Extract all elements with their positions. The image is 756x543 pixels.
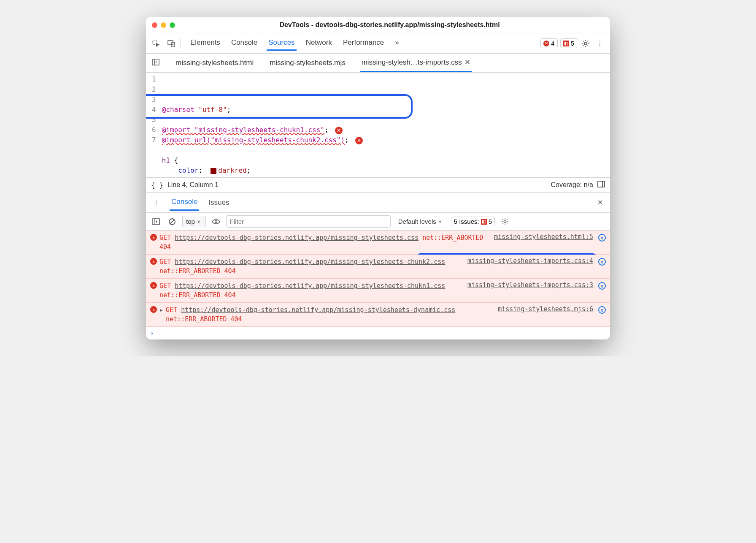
request-url-link[interactable]: https://devtools-dbg-stories.netlify.app… — [175, 234, 418, 242]
source-link[interactable]: missing-stylesheets.mjs:6 — [498, 305, 593, 313]
tab-elements[interactable]: Elements — [189, 36, 222, 51]
error-icon: ✕ — [150, 234, 157, 241]
sync-icon[interactable]: ⇅ — [598, 234, 606, 242]
drawer-tab-issues[interactable]: Issues — [207, 195, 231, 210]
annotation-highlight — [146, 94, 413, 119]
console-error-row[interactable]: ✕ GET https://devtools-dbg-stories.netli… — [146, 255, 610, 279]
tab-more[interactable]: » — [393, 36, 400, 51]
settings-icon[interactable] — [580, 38, 591, 49]
request-url-link[interactable]: https://devtools-dbg-stories.netlify.app… — [175, 258, 445, 266]
context-selector[interactable]: top ▼ — [182, 216, 206, 227]
sync-icon[interactable]: ⇅ — [598, 282, 606, 290]
tab-performance[interactable]: Performance — [341, 36, 386, 51]
panel-tabs: Elements Console Sources Network Perform… — [189, 36, 401, 51]
drawer-menu-icon[interactable]: ⋮ — [150, 197, 162, 209]
sync-icon[interactable]: ⇅ — [598, 306, 606, 314]
window-title: DevTools - devtools-dbg-stories.netlify.… — [175, 21, 604, 29]
device-toggle-icon[interactable] — [165, 38, 177, 49]
code-content[interactable]: @charset "utf-8"; @import "missing-style… — [162, 74, 610, 176]
main-toolbar: Elements Console Sources Network Perform… — [146, 33, 610, 54]
filetab-mjs[interactable]: missing-stylesheets.mjs — [268, 54, 347, 71]
console-toolbar: top ▼ Default levels ▼ 5 Issues: ◧5 — [146, 213, 610, 231]
filetab-html[interactable]: missing-stylesheets.html — [174, 54, 255, 71]
filter-input[interactable] — [226, 215, 391, 228]
close-window-button[interactable] — [152, 22, 157, 28]
log-levels-selector[interactable]: Default levels ▼ — [395, 216, 447, 227]
inspect-icon[interactable] — [150, 38, 162, 49]
error-icon: ✕ — [150, 306, 157, 313]
sidebar-toggle-icon[interactable] — [597, 180, 605, 190]
svg-point-12 — [215, 220, 217, 223]
coverage-status: Coverage: n/a — [551, 181, 593, 189]
devtools-window: DevTools - devtools-dbg-stories.netlify.… — [146, 17, 610, 339]
close-tab-icon[interactable]: ✕ — [464, 58, 470, 66]
error-icon: ✕ — [150, 258, 157, 265]
error-icon: ✕ — [150, 282, 157, 289]
close-drawer-icon[interactable]: ✕ — [594, 197, 606, 209]
console-error-row[interactable]: ✕ GET https://devtools-dbg-stories.netli… — [146, 231, 610, 255]
svg-point-3 — [584, 42, 587, 45]
console-error-row[interactable]: ✕ ▸ GET https://devtools-dbg-stories.net… — [146, 303, 610, 327]
svg-point-13 — [504, 220, 506, 223]
line-gutter: 1 2 3 4 5 6 7 — [146, 74, 162, 176]
issue-badge[interactable]: ◧5 — [560, 38, 577, 48]
svg-rect-6 — [598, 181, 605, 187]
console-sidebar-toggle-icon[interactable] — [150, 216, 162, 228]
tab-network[interactable]: Network — [304, 36, 334, 51]
format-icon[interactable]: { } — [151, 181, 163, 189]
expand-icon[interactable]: ▸ — [159, 306, 163, 314]
tab-sources[interactable]: Sources — [267, 36, 296, 51]
svg-rect-1 — [168, 41, 173, 45]
console-messages: ✕ GET https://devtools-dbg-stories.netli… — [146, 231, 610, 339]
drawer-tabs: ⋮ Console Issues ✕ — [146, 193, 610, 213]
more-menu-icon[interactable]: ⋮ — [594, 38, 606, 49]
issues-summary[interactable]: 5 Issues: ◧5 — [451, 217, 495, 226]
svg-line-11 — [170, 220, 174, 224]
navigator-toggle-icon[interactable] — [150, 58, 161, 68]
status-bar: { } Line 4, Column 1 Coverage: n/a — [146, 177, 610, 193]
live-expression-icon[interactable] — [210, 216, 222, 228]
source-link[interactable]: missing-stylesheets.html:5 — [494, 233, 593, 241]
request-url-link[interactable]: https://devtools-dbg-stories.netlify.app… — [181, 306, 455, 314]
filetab-css[interactable]: missing-stylesh…ts-imports.css✕ — [360, 54, 472, 72]
console-prompt[interactable]: › — [146, 327, 610, 339]
error-badge[interactable]: ✕4 — [540, 38, 557, 48]
sync-icon[interactable]: ⇅ — [598, 258, 606, 266]
clear-console-icon[interactable] — [166, 216, 178, 228]
minimize-window-button[interactable] — [161, 22, 166, 28]
titlebar: DevTools - devtools-dbg-stories.netlify.… — [146, 17, 610, 33]
source-link[interactable]: missing-stylesheets-imports.css:4 — [467, 257, 593, 265]
source-link[interactable]: missing-stylesheets-imports.css:3 — [467, 281, 593, 289]
code-editor[interactable]: 1 2 3 4 5 6 7 @charset "utf-8"; @import … — [146, 73, 610, 177]
maximize-window-button[interactable] — [170, 22, 175, 28]
tab-console[interactable]: Console — [230, 36, 259, 51]
request-url-link[interactable]: https://devtools-dbg-stories.netlify.app… — [175, 282, 445, 290]
traffic-lights — [152, 22, 175, 28]
drawer-tab-console[interactable]: Console — [170, 194, 199, 211]
console-error-row[interactable]: ✕ GET https://devtools-dbg-stories.netli… — [146, 279, 610, 303]
file-tabs: missing-stylesheets.html missing-stylesh… — [146, 54, 610, 73]
console-settings-icon[interactable] — [499, 216, 511, 228]
cursor-position: Line 4, Column 1 — [167, 181, 219, 189]
